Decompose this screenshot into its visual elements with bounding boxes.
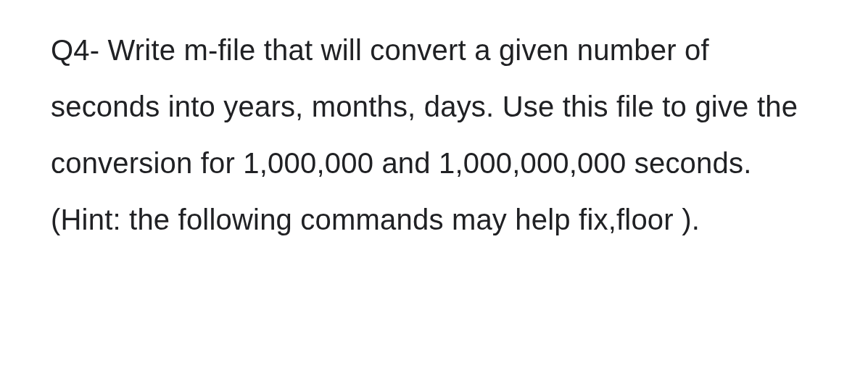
question-text: Q4- Write m-file that will convert a giv… xyxy=(51,22,824,248)
